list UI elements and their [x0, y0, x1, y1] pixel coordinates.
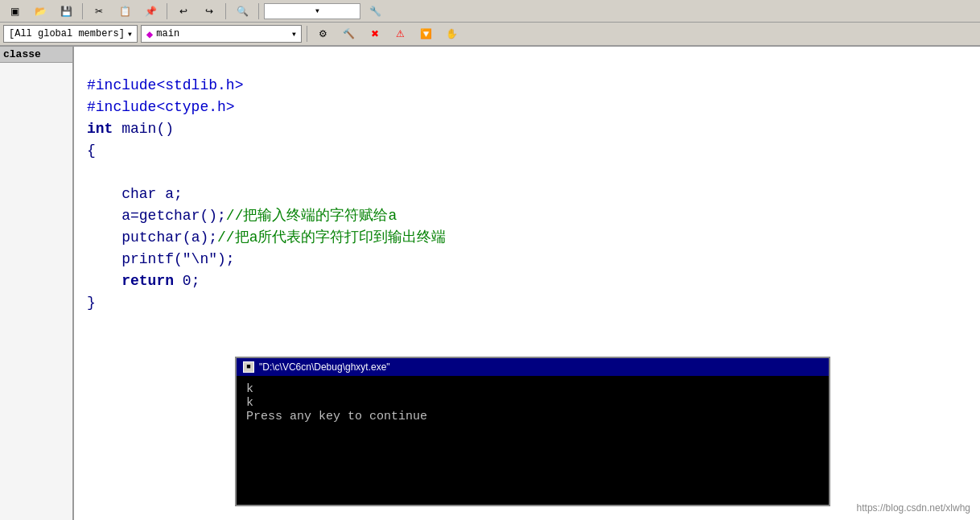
func-label: main — [156, 28, 179, 39]
class-panel-title: classe — [3, 48, 41, 60]
terminal-body: k k Press any key to continue — [237, 376, 829, 505]
warning-icon: ⚠ — [393, 27, 409, 41]
watermark-text: https://blog.csdn.net/xlwhg — [857, 502, 970, 514]
toolbar-btn-2[interactable]: 📂 — [29, 2, 51, 20]
terminal-line-3: Press any key to continue — [246, 410, 819, 423]
build-icon: 🔨 — [341, 27, 357, 41]
toolbar-btn-extra[interactable]: 🔧 — [364, 2, 386, 20]
panel-resize-handle[interactable] — [69, 47, 72, 520]
stop-icon: ✖ — [367, 27, 383, 41]
terminal-icon: ■ — [243, 361, 254, 373]
editor-area[interactable]: #include<stdlib.h> #include<ctype.h> int… — [74, 47, 980, 520]
code-line-3-rest: main() — [113, 121, 174, 137]
toolbar-btn-1[interactable]: ▣ — [3, 2, 26, 20]
compile-icon: ⚙ — [315, 27, 331, 41]
toolbar-btn-warn[interactable]: ⚠ — [389, 25, 412, 43]
scope-arrow: ▼ — [128, 31, 132, 38]
toolbar-btn-compile[interactable]: ⚙ — [312, 25, 335, 43]
class-panel: classe — [0, 47, 74, 520]
code-line-10: } — [87, 295, 96, 311]
separator-1 — [82, 3, 83, 19]
watermark: https://blog.csdn.net/xlwhg — [857, 502, 970, 514]
code-line-9: return 0; — [87, 273, 200, 289]
code-content: #include<stdlib.h> #include<ctype.h> int… — [74, 47, 980, 342]
separator-2 — [167, 3, 167, 19]
code-line-8: printf("\n"); — [87, 251, 235, 267]
terminal-empty-space — [246, 423, 819, 488]
diamond-icon: ◆ — [146, 27, 153, 41]
toolbar-btn-search[interactable]: 🔍 — [231, 2, 253, 20]
separator-4 — [258, 3, 259, 19]
toolbar-btn-hand[interactable]: ✋ — [441, 25, 463, 43]
scope-dropdown[interactable]: [All global members] ▼ — [3, 25, 138, 43]
terminal-line-2: k — [246, 396, 819, 410]
toolbar-btn-5[interactable]: 📋 — [113, 2, 136, 20]
code-line-2: #include<ctype.h> — [87, 99, 235, 115]
undo-icon: ↩ — [175, 4, 191, 19]
open-icon: 📂 — [32, 4, 48, 19]
func-arrow: ▼ — [292, 31, 296, 38]
toolbar-row1: ▣ 📂 💾 ✂ 📋 📌 ↩ ↪ 🔍 ▼ 🔧 — [0, 0, 980, 23]
terminal-line-1: k — [246, 382, 819, 396]
separator-3 — [225, 3, 226, 19]
toolbar-btn-4[interactable]: ✂ — [88, 2, 110, 20]
toolbar-btn-redo[interactable]: ↪ — [198, 2, 220, 20]
save-icon: 💾 — [58, 4, 74, 19]
terminal-titlebar: ■ "D:\c\VC6cn\Debug\ghxyt.exe" — [237, 358, 829, 376]
toolbar-btn-undo[interactable]: ↩ — [172, 2, 195, 20]
build-target-label — [268, 5, 312, 17]
build-target-arrow: ▼ — [315, 7, 319, 14]
copy-icon: 📋 — [117, 4, 133, 19]
hand-icon: ✋ — [444, 27, 460, 41]
code-line-6: a=getchar();//把输入终端的字符赋给a — [87, 208, 397, 224]
toolbar-btn-stop[interactable]: ✖ — [364, 25, 386, 43]
search-icon: 🔍 — [234, 4, 250, 19]
toolbar-btn-6[interactable]: 📌 — [139, 2, 162, 20]
code-line-7: putchar(a);//把a所代表的字符打印到输出终端 — [87, 229, 446, 246]
class-panel-content — [0, 63, 72, 69]
extra-icon: 🔧 — [367, 4, 383, 19]
scope-label: [All global members] — [9, 28, 125, 39]
cut-icon: ✂ — [91, 4, 107, 19]
code-keyword-int: int — [87, 121, 113, 137]
paste-icon: 📌 — [142, 4, 159, 19]
toolbar-btn-3[interactable]: 💾 — [55, 2, 77, 20]
main-area: classe #include<stdlib.h> #include<ctype… — [0, 47, 980, 520]
build-target-dropdown[interactable]: ▼ — [264, 3, 360, 19]
class-panel-header: classe — [0, 47, 72, 63]
terminal-window: ■ "D:\c\VC6cn\Debug\ghxyt.exe" k k Press… — [235, 357, 830, 506]
new-icon: ▣ — [6, 4, 23, 19]
redo-icon: ↪ — [201, 4, 217, 19]
separator-5 — [307, 26, 307, 42]
toolbar-btn-down[interactable]: 🔽 — [415, 25, 438, 43]
terminal-title: "D:\c\VC6cn\Debug\ghxyt.exe" — [259, 361, 390, 373]
func-dropdown[interactable]: ◆ main ▼ — [141, 25, 302, 43]
code-line-1: #include<stdlib.h> — [87, 77, 243, 93]
code-line-5: char a; — [87, 186, 183, 202]
toolbar-btn-build[interactable]: 🔨 — [338, 25, 360, 43]
code-line-4: { — [87, 142, 96, 159]
down-icon: 🔽 — [418, 27, 434, 41]
toolbar-row2: [All global members] ▼ ◆ main ▼ ⚙ 🔨 ✖ ⚠ … — [0, 23, 980, 47]
